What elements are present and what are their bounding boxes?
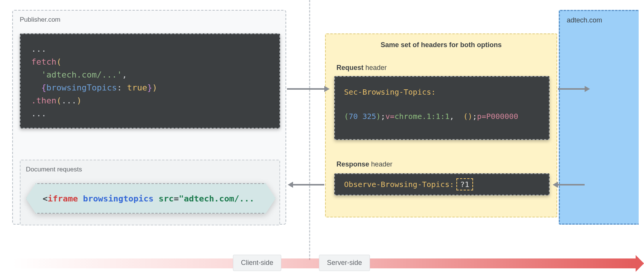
res-header-name: Observe-Browsing-Topics: [344, 180, 454, 189]
iframe-src-key: src [159, 194, 174, 203]
iframe-src-val: "adtech.com/... [179, 194, 255, 203]
arrow-adtech-to-headers [558, 184, 585, 185]
response-header-block: Observe-Browsing-Topics: ?1 [334, 173, 550, 195]
iframe-code-block: <iframe browsingtopics src="adtech.com/.… [26, 183, 276, 214]
client-side-chip: Client-side [233, 255, 281, 271]
fetch-code-block: ... fetch( 'adtech.com/...', {browsingTo… [20, 33, 280, 128]
req-topic-1: 70 [349, 112, 358, 121]
res-header-value: ?1 [456, 178, 473, 190]
code-then: .then [31, 96, 56, 105]
publisher-label: Publisher.com [20, 16, 61, 24]
arrow-publisher-to-headers [287, 88, 324, 90]
arrow-headers-to-doc [293, 184, 324, 185]
arrow-headers-to-adtech [558, 88, 585, 90]
code-opt-key: browsingTopics [46, 83, 117, 92]
req-topic-2: 325 [362, 112, 376, 121]
code-fetch: fetch [31, 57, 56, 67]
req-version: chrome.1:1:1 [395, 112, 450, 121]
req-padding: P000000 [486, 112, 518, 121]
document-requests-label: Document requests [26, 166, 82, 173]
adtech-label: adtech.com [560, 11, 639, 30]
headers-panel: Same set of headers for both options Req… [325, 33, 557, 217]
client-server-divider [309, 0, 310, 260]
iframe-tag: iframe [48, 194, 78, 203]
document-requests-panel: Document requests <iframe browsingtopics… [20, 160, 280, 225]
publisher-panel: Publisher.com ... fetch( 'adtech.com/...… [12, 10, 286, 225]
request-header-block: Sec-Browsing-Topics: (70 325);v=chrome.1… [334, 76, 550, 140]
headers-title: Same set of headers for both options [326, 41, 556, 49]
server-side-chip: Server-side [319, 255, 370, 271]
code-dots: ... [31, 109, 46, 118]
request-header-label: Request header [336, 64, 387, 72]
req-header-name: Sec-Browsing-Topics: [344, 87, 436, 97]
code-url: 'adtech.com/...' [41, 70, 122, 79]
iframe-attr: browsingtopics [83, 194, 153, 203]
response-header-label: Response header [336, 160, 392, 168]
adtech-panel: adtech.com [559, 10, 639, 225]
code-opt-val: true [127, 83, 147, 92]
code-dots: ... [31, 44, 46, 54]
